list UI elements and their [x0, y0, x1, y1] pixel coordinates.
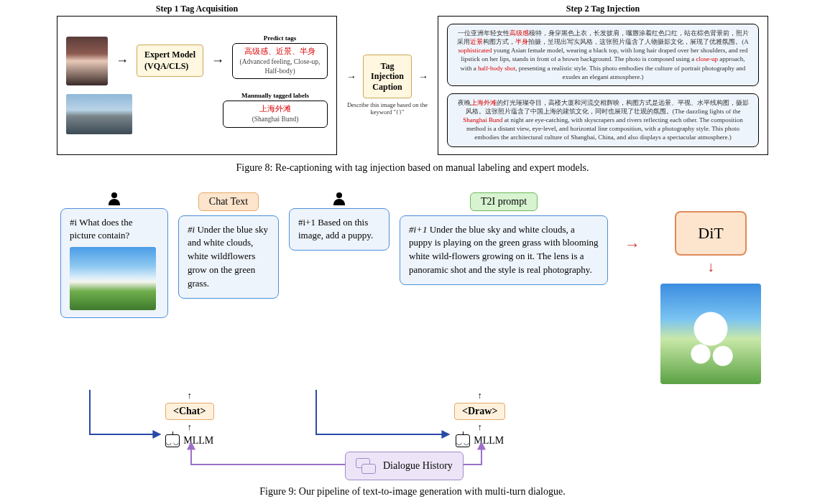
user-icon — [333, 192, 346, 205]
q1-text: #i What does the picture contain? — [70, 217, 133, 241]
chat-text-bubble: #i Under the blue sky and white clouds, … — [178, 215, 279, 299]
t2i-label: T2I prompt — [470, 192, 538, 211]
arrow-icon: ↑ — [188, 421, 193, 433]
output-caption-2: 夜晚上海外滩的灯光璀璨夺目，高楼大厦和河流交相辉映，构图方式是远景、平视、水平线… — [447, 93, 759, 147]
mllm-label: MLLM — [183, 435, 213, 447]
arrow-icon: ↓ — [707, 258, 714, 275]
arrow-icon: ↑ — [477, 390, 482, 401]
predict-tags-label: Predict tags — [232, 34, 328, 42]
dialogue-label: Dialogue History — [383, 460, 453, 472]
arrow-icon: → — [114, 53, 131, 68]
expert-line1: Expert Model — [144, 50, 195, 61]
predict-tags-box: 高级感、近景、半身 (Advanced feeling, Close-up, H… — [232, 43, 328, 79]
a2-body: Under the blue sky and white clouds, a p… — [409, 224, 599, 276]
chat-token: <Chat> — [165, 403, 214, 420]
step1-box: Step 1 Tag Acquisition → Expert Model (V… — [57, 16, 337, 155]
arrow-icon: → — [415, 71, 432, 83]
mllm-label: MLLM — [474, 435, 504, 447]
arrow-icon: → — [624, 235, 640, 254]
robot-icon: ◡◡ — [165, 434, 180, 447]
puppy-image-placeholder — [660, 284, 761, 384]
arrow-icon: ↑ — [477, 421, 482, 433]
chat-bubble-icon — [356, 458, 376, 474]
inject-box: Tag Injection Caption — [363, 55, 412, 98]
step2-box: Step 2 Tag Injection 一位亚洲年轻女性高级感模特，身穿黑色上… — [438, 16, 768, 155]
predict-cn: 高级感、近景、半身 — [244, 47, 315, 55]
portrait-placeholder — [66, 37, 108, 85]
a1-idx: #i — [188, 224, 195, 235]
a1-body: Under the blue sky and white clouds, whi… — [188, 224, 268, 289]
manual-cn: 上海外滩 — [259, 105, 291, 113]
inject-sub: Describe this image based on the keyword… — [344, 101, 430, 116]
manual-en: (Shanghai Bund) — [229, 115, 321, 123]
q2-text: #i+1 Based on this image, add a puppy. — [298, 217, 373, 241]
figure-9: #i What does the picture contain? Chat T… — [36, 192, 789, 498]
tag-injection-block: → Tag Injection Caption → Describe this … — [344, 16, 430, 155]
draw-stack: ↑ <Draw> ↑ ◡◡ MLLM — [454, 390, 505, 447]
city-placeholder — [66, 94, 132, 134]
predict-en: (Advanced feeling, Close-up, Half-body) — [239, 57, 321, 75]
dit-box: DiT — [675, 211, 746, 256]
arrow-icon: → — [343, 71, 360, 83]
user-icon — [108, 192, 121, 205]
robot-icon: ◡◡ — [456, 434, 470, 447]
expert-line2: (VQA/CLS) — [144, 61, 195, 73]
arrow-icon: → — [209, 53, 226, 68]
inject-l1: Tag Injection — [371, 61, 404, 82]
chat-text-label: Chat Text — [198, 192, 259, 211]
inject-l2: Caption — [371, 82, 404, 92]
dialogue-history-box: Dialogue History — [345, 452, 464, 480]
figure9-caption: Figure 9: Our pipeline of text-to-image … — [36, 486, 789, 498]
step1-label: Step 1 Tag Acquisition — [156, 4, 238, 14]
expert-model-box: Expert Model (VQA/CLS) — [137, 45, 203, 77]
figure-8: Step 1 Tag Acquisition → Expert Model (V… — [36, 16, 789, 174]
user-bubble-2: #i+1 Based on this image, add a puppy. — [289, 208, 390, 251]
manual-label: Mannually tagged labels — [223, 92, 328, 99]
output-caption-1: 一位亚洲年轻女性高级感模特，身穿黑色上衣，长发披肩，嘴唇涂着红色口红，站在棕色背… — [447, 24, 759, 86]
manual-tags-box: 上海外滩 (Shanghai Bund) — [223, 101, 328, 128]
figure8-caption: Figure 8: Re-captioning with tag injecti… — [36, 162, 789, 174]
a2-idx: #i+1 — [409, 224, 427, 235]
draw-token: <Draw> — [454, 403, 505, 420]
chat-stack: ↑ <Chat> ↑ ◡◡ MLLM — [165, 390, 214, 447]
arrow-icon: ↑ — [188, 390, 193, 401]
t2i-bubble: #i+1 Under the blue sky and white clouds… — [400, 215, 608, 285]
sky-image-placeholder — [70, 247, 156, 310]
user-bubble-1: #i What does the picture contain? — [60, 208, 168, 319]
step2-label: Step 2 Tag Injection — [566, 4, 640, 14]
